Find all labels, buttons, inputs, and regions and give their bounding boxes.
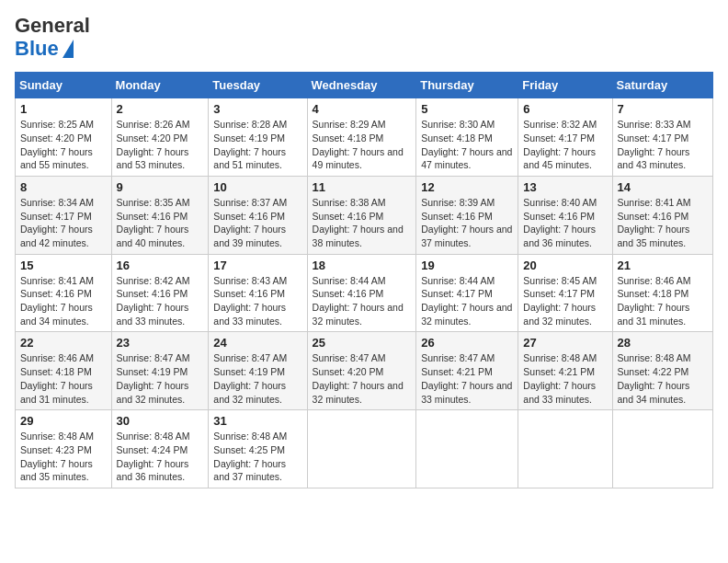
calendar-week-5: 29 Sunrise: 8:48 AM Sunset: 4:23 PM Dayl…: [16, 410, 713, 488]
calendar-cell: 31 Sunrise: 8:48 AM Sunset: 4:25 PM Dayl…: [209, 410, 307, 488]
day-number: 18: [313, 259, 412, 272]
day-info: Sunrise: 8:48 AM Sunset: 4:23 PM Dayligh…: [20, 430, 107, 484]
day-number: 29: [20, 414, 107, 428]
day-info: Sunrise: 8:43 AM Sunset: 4:16 PM Dayligh…: [213, 274, 301, 328]
calendar-cell: 10 Sunrise: 8:37 AM Sunset: 4:16 PM Dayl…: [209, 176, 307, 254]
calendar-header-monday: Monday: [111, 73, 209, 98]
calendar-body: 1 Sunrise: 8:25 AM Sunset: 4:20 PM Dayli…: [16, 98, 713, 488]
day-number: 24: [213, 336, 301, 350]
calendar-cell: 15 Sunrise: 8:41 AM Sunset: 4:16 PM Dayl…: [16, 254, 112, 332]
calendar-header-row: SundayMondayTuesdayWednesdayThursdayFrid…: [16, 73, 713, 98]
day-number: 10: [213, 180, 301, 194]
day-info: Sunrise: 8:37 AM Sunset: 4:16 PM Dayligh…: [213, 196, 301, 250]
calendar-header-thursday: Thursday: [416, 73, 518, 98]
day-info: Sunrise: 8:46 AM Sunset: 4:18 PM Dayligh…: [618, 274, 708, 328]
calendar-cell: 7 Sunrise: 8:33 AM Sunset: 4:17 PM Dayli…: [612, 98, 712, 177]
calendar-cell: 22 Sunrise: 8:46 AM Sunset: 4:18 PM Dayl…: [16, 332, 112, 410]
day-info: Sunrise: 8:26 AM Sunset: 4:20 PM Dayligh…: [117, 118, 204, 172]
logo-icon: [63, 40, 74, 58]
day-info: Sunrise: 8:46 AM Sunset: 4:18 PM Dayligh…: [20, 351, 107, 406]
calendar-cell: 29 Sunrise: 8:48 AM Sunset: 4:23 PM Dayl…: [16, 410, 112, 488]
day-info: Sunrise: 8:48 AM Sunset: 4:24 PM Dayligh…: [117, 430, 204, 484]
calendar-cell: [307, 410, 416, 488]
day-number: 17: [213, 259, 301, 272]
day-info: Sunrise: 8:48 AM Sunset: 4:21 PM Dayligh…: [523, 351, 607, 406]
calendar-cell: 18 Sunrise: 8:44 AM Sunset: 4:16 PM Dayl…: [307, 254, 416, 332]
day-number: 13: [523, 180, 607, 194]
day-number: 31: [213, 414, 301, 428]
day-number: 5: [421, 102, 513, 116]
day-number: 30: [117, 414, 204, 428]
day-info: Sunrise: 8:29 AM Sunset: 4:18 PM Dayligh…: [313, 118, 412, 172]
calendar-cell: 19 Sunrise: 8:44 AM Sunset: 4:17 PM Dayl…: [416, 254, 518, 332]
calendar-cell: [612, 410, 712, 488]
calendar-cell: 25 Sunrise: 8:47 AM Sunset: 4:20 PM Dayl…: [307, 332, 416, 410]
day-number: 28: [618, 336, 708, 350]
day-info: Sunrise: 8:34 AM Sunset: 4:17 PM Dayligh…: [20, 196, 107, 250]
day-info: Sunrise: 8:33 AM Sunset: 4:17 PM Dayligh…: [618, 118, 708, 172]
day-info: Sunrise: 8:30 AM Sunset: 4:18 PM Dayligh…: [421, 118, 513, 172]
calendar-cell: 27 Sunrise: 8:48 AM Sunset: 4:21 PM Dayl…: [518, 332, 612, 410]
day-number: 19: [421, 259, 513, 272]
day-number: 8: [20, 180, 107, 194]
calendar-cell: 24 Sunrise: 8:47 AM Sunset: 4:19 PM Dayl…: [209, 332, 307, 410]
day-info: Sunrise: 8:28 AM Sunset: 4:19 PM Dayligh…: [213, 118, 301, 172]
calendar-week-2: 8 Sunrise: 8:34 AM Sunset: 4:17 PM Dayli…: [16, 176, 713, 254]
logo-blue: Blue: [15, 37, 59, 61]
calendar-header-sunday: Sunday: [16, 73, 112, 98]
day-info: Sunrise: 8:41 AM Sunset: 4:16 PM Dayligh…: [20, 274, 107, 328]
calendar-cell: 6 Sunrise: 8:32 AM Sunset: 4:17 PM Dayli…: [518, 98, 612, 177]
day-info: Sunrise: 8:40 AM Sunset: 4:16 PM Dayligh…: [523, 196, 607, 250]
calendar-header-saturday: Saturday: [612, 73, 712, 98]
calendar-cell: 23 Sunrise: 8:47 AM Sunset: 4:19 PM Dayl…: [111, 332, 209, 410]
day-number: 3: [213, 102, 301, 116]
calendar-week-3: 15 Sunrise: 8:41 AM Sunset: 4:16 PM Dayl…: [16, 254, 713, 332]
calendar-cell: 2 Sunrise: 8:26 AM Sunset: 4:20 PM Dayli…: [111, 98, 209, 177]
day-info: Sunrise: 8:38 AM Sunset: 4:16 PM Dayligh…: [313, 196, 412, 250]
calendar-cell: 8 Sunrise: 8:34 AM Sunset: 4:17 PM Dayli…: [16, 176, 112, 254]
day-info: Sunrise: 8:48 AM Sunset: 4:22 PM Dayligh…: [618, 351, 708, 406]
calendar-cell: 26 Sunrise: 8:47 AM Sunset: 4:21 PM Dayl…: [416, 332, 518, 410]
day-info: Sunrise: 8:47 AM Sunset: 4:21 PM Dayligh…: [421, 351, 513, 406]
calendar-cell: 5 Sunrise: 8:30 AM Sunset: 4:18 PM Dayli…: [416, 98, 518, 177]
day-number: 22: [20, 336, 107, 350]
logo-general: General: [15, 14, 90, 37]
day-info: Sunrise: 8:39 AM Sunset: 4:16 PM Dayligh…: [421, 196, 513, 250]
day-number: 11: [313, 180, 412, 194]
day-number: 9: [117, 180, 204, 194]
day-number: 7: [618, 102, 708, 116]
calendar-cell: [518, 410, 612, 488]
calendar-header-tuesday: Tuesday: [209, 73, 307, 98]
day-number: 2: [117, 102, 204, 116]
calendar-cell: 21 Sunrise: 8:46 AM Sunset: 4:18 PM Dayl…: [612, 254, 712, 332]
calendar-cell: 4 Sunrise: 8:29 AM Sunset: 4:18 PM Dayli…: [307, 98, 416, 177]
day-info: Sunrise: 8:45 AM Sunset: 4:17 PM Dayligh…: [523, 274, 607, 328]
day-info: Sunrise: 8:44 AM Sunset: 4:17 PM Dayligh…: [421, 274, 513, 328]
day-info: Sunrise: 8:47 AM Sunset: 4:19 PM Dayligh…: [213, 351, 301, 406]
calendar-table: SundayMondayTuesdayWednesdayThursdayFrid…: [15, 72, 713, 488]
day-info: Sunrise: 8:42 AM Sunset: 4:16 PM Dayligh…: [117, 274, 204, 328]
calendar-header-friday: Friday: [518, 73, 612, 98]
calendar-cell: 17 Sunrise: 8:43 AM Sunset: 4:16 PM Dayl…: [209, 254, 307, 332]
calendar-cell: [416, 410, 518, 488]
calendar-cell: 30 Sunrise: 8:48 AM Sunset: 4:24 PM Dayl…: [111, 410, 209, 488]
day-info: Sunrise: 8:32 AM Sunset: 4:17 PM Dayligh…: [523, 118, 607, 172]
day-number: 14: [618, 180, 708, 194]
day-info: Sunrise: 8:47 AM Sunset: 4:20 PM Dayligh…: [313, 351, 412, 406]
calendar-cell: 1 Sunrise: 8:25 AM Sunset: 4:20 PM Dayli…: [16, 98, 112, 177]
day-info: Sunrise: 8:48 AM Sunset: 4:25 PM Dayligh…: [213, 430, 301, 484]
calendar-cell: 11 Sunrise: 8:38 AM Sunset: 4:16 PM Dayl…: [307, 176, 416, 254]
logo: General Blue: [15, 15, 90, 61]
day-info: Sunrise: 8:25 AM Sunset: 4:20 PM Dayligh…: [20, 118, 107, 172]
day-number: 21: [618, 259, 708, 272]
calendar-week-1: 1 Sunrise: 8:25 AM Sunset: 4:20 PM Dayli…: [16, 98, 713, 177]
calendar-cell: 16 Sunrise: 8:42 AM Sunset: 4:16 PM Dayl…: [111, 254, 209, 332]
day-number: 1: [20, 102, 107, 116]
calendar-cell: 14 Sunrise: 8:41 AM Sunset: 4:16 PM Dayl…: [612, 176, 712, 254]
calendar-cell: 3 Sunrise: 8:28 AM Sunset: 4:19 PM Dayli…: [209, 98, 307, 177]
calendar-cell: 13 Sunrise: 8:40 AM Sunset: 4:16 PM Dayl…: [518, 176, 612, 254]
day-number: 6: [523, 102, 607, 116]
day-number: 15: [20, 259, 107, 272]
calendar-cell: 12 Sunrise: 8:39 AM Sunset: 4:16 PM Dayl…: [416, 176, 518, 254]
day-info: Sunrise: 8:41 AM Sunset: 4:16 PM Dayligh…: [618, 196, 708, 250]
